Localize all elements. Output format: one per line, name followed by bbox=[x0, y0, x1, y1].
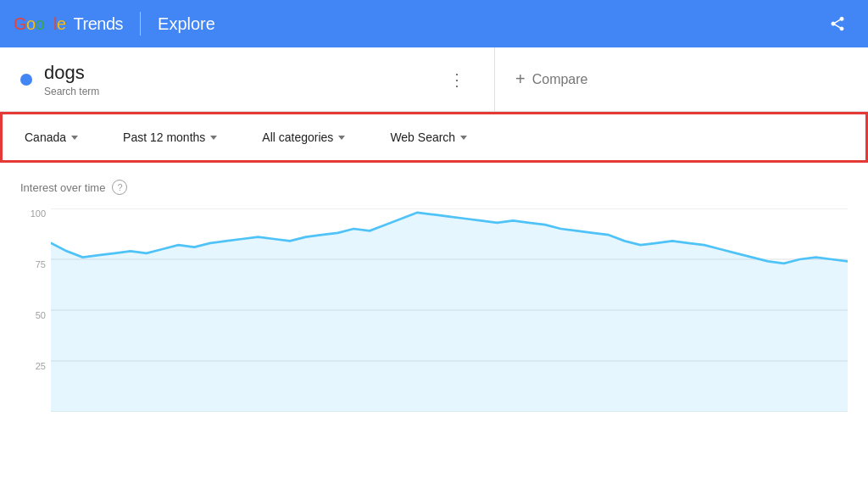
share-button[interactable] bbox=[821, 7, 854, 41]
chart-title: Interest over time bbox=[20, 181, 105, 194]
time-chevron-icon bbox=[210, 136, 217, 140]
help-icon[interactable]: ? bbox=[112, 180, 127, 195]
search-term-name: dogs bbox=[44, 62, 99, 84]
filter-row: Canada Past 12 months All categories Web… bbox=[0, 112, 868, 163]
filter-sep-3 bbox=[367, 129, 368, 146]
chart-area bbox=[51, 208, 848, 412]
region-chevron-icon bbox=[71, 136, 78, 140]
compare-plus-icon: + bbox=[515, 69, 526, 89]
compare-label: Compare bbox=[532, 72, 588, 87]
category-chevron-icon bbox=[338, 136, 345, 140]
header-divider bbox=[140, 12, 141, 36]
search-term-section: dogs Search term ⋮ bbox=[0, 47, 495, 111]
y-label-75: 75 bbox=[20, 259, 51, 269]
header-left: Google Trends Explore bbox=[14, 12, 215, 36]
category-filter[interactable]: All categories bbox=[253, 125, 353, 149]
region-label: Canada bbox=[25, 130, 66, 144]
y-label-100: 100 bbox=[20, 208, 51, 219]
search-type-label: Web Search bbox=[390, 130, 455, 144]
y-label-25: 25 bbox=[20, 361, 51, 371]
compare-section[interactable]: + Compare bbox=[495, 47, 868, 111]
filter-sep-1 bbox=[100, 129, 101, 146]
chart-container: 25 50 75 100 bbox=[20, 208, 848, 429]
filter-sep-2 bbox=[239, 129, 240, 146]
search-row: dogs Search term ⋮ + Compare bbox=[0, 47, 868, 112]
search-type-filter[interactable]: Web Search bbox=[381, 125, 476, 149]
more-options-button[interactable]: ⋮ bbox=[440, 63, 474, 97]
y-axis: 25 50 75 100 bbox=[20, 208, 51, 412]
category-label: All categories bbox=[262, 130, 333, 144]
y-label-50: 50 bbox=[20, 310, 51, 320]
time-filter[interactable]: Past 12 months bbox=[114, 125, 225, 149]
chart-title-row: Interest over time ? bbox=[20, 180, 848, 195]
search-term-dot bbox=[20, 74, 32, 86]
content-area: Interest over time ? 25 50 75 100 bbox=[0, 163, 868, 429]
search-term-type: Search term bbox=[44, 86, 99, 97]
time-label: Past 12 months bbox=[123, 130, 205, 144]
chart-svg bbox=[51, 208, 848, 412]
search-type-chevron-icon bbox=[460, 136, 467, 140]
google-trends-logo: Google Trends bbox=[14, 14, 123, 34]
search-term-info: dogs Search term bbox=[44, 62, 99, 97]
region-filter[interactable]: Canada bbox=[16, 125, 86, 149]
explore-label: Explore bbox=[158, 14, 215, 34]
app-header: Google Trends Explore bbox=[0, 0, 868, 47]
